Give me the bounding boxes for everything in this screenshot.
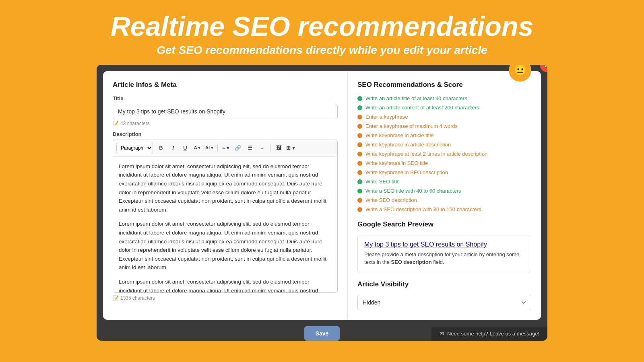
seo-dot-orange <box>357 115 362 119</box>
ai-button[interactable]: AI ▾ <box>204 142 215 154</box>
content-char-count: 📝 1335 characters <box>113 295 338 301</box>
visibility-select[interactable]: HiddenVisible <box>357 295 531 310</box>
search-preview-section: Google Search Preview My top 3 tips to g… <box>357 220 531 272</box>
visibility-section: Article Visibility HiddenVisible <box>357 280 531 310</box>
title-label: Title <box>113 95 338 101</box>
visibility-title: Article Visibility <box>357 280 531 288</box>
editor-toolbar: Paragraph B I U A ▾ AI ▾ ≡ ▾ 🔗 ☰ ≡ 🖼 ⊞ ▾ <box>113 140 338 156</box>
seo-dot-green <box>357 189 362 193</box>
seo-item: Write keyphrase in article title <box>357 132 531 138</box>
ordered-button[interactable]: ≡ <box>256 142 268 154</box>
bold-button[interactable]: B <box>155 142 167 154</box>
seo-item: Write SEO title <box>357 179 531 185</box>
seo-item: Write a SEO description with 80 to 150 c… <box>357 206 531 212</box>
save-button[interactable]: Save <box>304 326 340 341</box>
seo-item: Write an article content of at least 200… <box>357 105 531 111</box>
close-button[interactable]: ✕ <box>540 65 547 72</box>
modal-container: ✕ 😐 Article Infos & Meta Title 📝 43 char… <box>97 65 547 341</box>
seo-dot-orange <box>357 142 362 147</box>
seo-dot-orange <box>357 124 362 129</box>
seo-item-text: Write keyphrase in article title <box>365 132 434 138</box>
seo-item: Enter a keyphrase <box>357 114 531 120</box>
seo-item-text: Write SEO title <box>365 179 400 185</box>
seo-item-text: Write an article title of at least 40 ch… <box>365 95 467 101</box>
help-text: Need some help? Leave us a message! <box>447 331 539 337</box>
title-input[interactable] <box>113 104 338 119</box>
google-preview-title: Google Search Preview <box>357 220 531 228</box>
seo-item-text: Enter a keyphrase <box>365 114 408 120</box>
seo-dot-green <box>357 105 362 110</box>
description-label: Description <box>113 131 338 137</box>
seo-item-text: Enter a keyphrase of maximum 4 words <box>365 123 458 129</box>
seo-item-text: Write keyhrase in SEO title <box>365 160 428 166</box>
seo-item-text: Write a SEO title with 40 to 60 characte… <box>365 188 461 194</box>
content-para-1: Lorem ipsum dolor sit amet, consectetur … <box>119 162 332 214</box>
seo-item-text: Write SEO description <box>365 197 417 203</box>
seo-item: Write keyphrase in article description <box>357 142 531 148</box>
underline-button[interactable]: U <box>180 142 191 154</box>
image-button[interactable]: 🖼 <box>273 142 284 154</box>
editor-content[interactable]: Lorem ipsum dolor sit amet, consectetur … <box>113 156 338 293</box>
left-panel-title: Article Infos & Meta <box>113 81 338 89</box>
content-para-2: Lorem ipsum dolor sit amet, consectetur … <box>119 220 332 272</box>
seo-dot-green <box>357 179 362 184</box>
right-panel: SEO Recommendations & Score Write an art… <box>348 71 541 320</box>
bottom-bar: ✉ Need some help? Leave us a message! <box>431 327 547 341</box>
seo-item: Write SEO description <box>357 197 531 203</box>
modal-inner: Article Infos & Meta Title 📝 43 characte… <box>103 71 541 320</box>
italic-button[interactable]: I <box>167 142 179 154</box>
modal-wrapper: ✕ 😐 Article Infos & Meta Title 📝 43 char… <box>97 65 547 341</box>
seo-dot-orange <box>357 152 362 156</box>
align-button[interactable]: ≡ ▾ <box>220 142 231 154</box>
page-subtitle: Get SEO recommendations directly while y… <box>8 44 636 57</box>
seo-dot-orange <box>357 170 362 175</box>
page-title: Realtime SEO recommendations <box>8 11 636 41</box>
seo-dot-orange <box>357 207 362 212</box>
seo-dot-green <box>357 96 362 101</box>
seo-item-text: Write a SEO description with 80 to 150 c… <box>365 206 481 212</box>
preview-description: Please provide a meta description for yo… <box>364 251 524 266</box>
seo-item-text: Write keyphrase at least 2 times in arti… <box>365 151 487 157</box>
left-panel: Article Infos & Meta Title 📝 43 characte… <box>103 71 348 320</box>
search-preview-box: My top 3 tips to get SEO results on Shop… <box>357 235 531 272</box>
bullet-button[interactable]: ☰ <box>244 142 256 154</box>
preview-link-title: My top 3 tips to get SEO results on Shop… <box>364 241 524 248</box>
seo-item: Write a SEO title with 40 to 60 characte… <box>357 188 531 194</box>
seo-item: Write keyphrase at least 2 times in arti… <box>357 151 531 157</box>
toolbar-divider-1 <box>217 144 218 152</box>
seo-item-text: Write keyphrase in SEO description <box>365 169 448 175</box>
seo-dot-orange <box>357 133 362 138</box>
seo-dot-orange <box>357 161 362 166</box>
envelope-icon: ✉ <box>440 331 444 337</box>
seo-item-text: Write keyphrase in article description <box>365 142 451 148</box>
seo-dot-orange <box>357 198 362 203</box>
text-color-button[interactable]: A ▾ <box>192 142 203 154</box>
table-button[interactable]: ⊞ ▾ <box>285 142 296 154</box>
seo-item-text: Write an article content of at least 200… <box>365 105 479 111</box>
seo-recommendations-list: Write an article title of at least 40 ch… <box>357 95 531 212</box>
seo-item: Write keyhrase in SEO title <box>357 160 531 166</box>
toolbar-divider-2 <box>270 144 270 152</box>
seo-item: Write an article title of at least 40 ch… <box>357 95 531 101</box>
content-para-3: Lorem ipsum dolor sit amet, consectetur … <box>119 278 332 293</box>
header-section: Realtime SEO recommendations Get SEO rec… <box>0 0 644 65</box>
paragraph-select[interactable]: Paragraph <box>116 143 153 153</box>
link-button[interactable]: 🔗 <box>232 142 244 154</box>
seo-item: Enter a keyphrase of maximum 4 words <box>357 123 531 129</box>
seo-panel-title: SEO Recommendations & Score <box>357 81 531 89</box>
seo-item: Write keyphrase in SEO description <box>357 169 531 175</box>
title-char-count: 📝 43 characters <box>113 121 338 126</box>
